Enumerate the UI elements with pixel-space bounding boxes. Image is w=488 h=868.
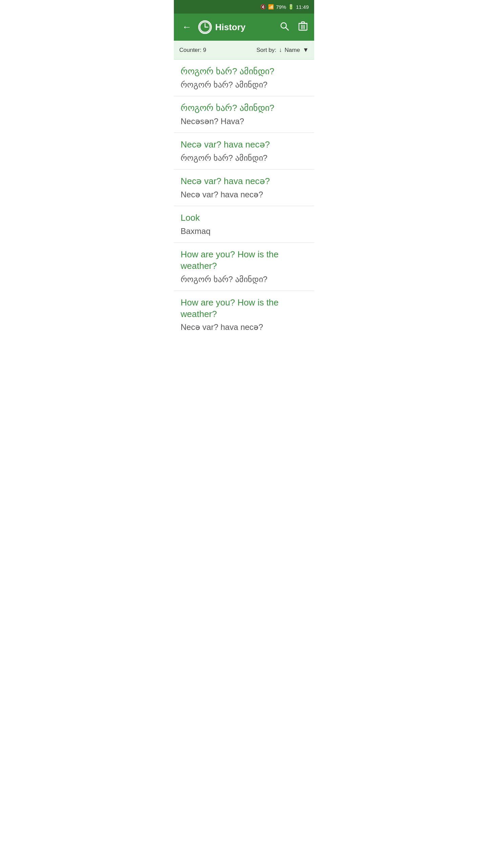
history-item[interactable]: როგორ ხარ? ამინდი?როგორ ხარ? ამინდი? [174, 60, 314, 96]
history-primary-text: How are you? How is the weather? [181, 297, 307, 320]
history-item[interactable]: How are you? How is the weather?როგორ ხა… [174, 243, 314, 291]
sort-by-label: Sort by: [257, 47, 277, 54]
battery-level: 79% [276, 4, 286, 10]
history-secondary-text: როგორ ხარ? ამინდი? [181, 153, 307, 163]
clock: 11:49 [296, 4, 309, 10]
history-item[interactable]: How are you? How is the weather?Necə var… [174, 291, 314, 339]
title-group: History [198, 20, 274, 34]
history-item[interactable]: Necə var? hava necə?როგორ ხარ? ამინდი? [174, 133, 314, 170]
history-primary-text: How are you? How is the weather? [181, 249, 307, 272]
history-item[interactable]: Necə var? hava necə?Necə var? hava necə? [174, 170, 314, 206]
mute-icon: 🔇 [260, 4, 266, 9]
history-secondary-text: როგორ ხარ? ამინდი? [181, 274, 307, 284]
history-item[interactable]: როგორ ხარ? ამინდი?Necəsən? Hava? [174, 96, 314, 133]
history-item[interactable]: LookBaxmaq [174, 206, 314, 243]
sort-bar: Counter: 9 Sort by: ↓ Name ▼ [174, 41, 314, 60]
history-primary-text: როგორ ხარ? ამინდი? [181, 66, 307, 77]
history-secondary-text: Baxmaq [181, 226, 307, 236]
wifi-icon: 📶 [268, 4, 274, 9]
svg-line-4 [286, 27, 288, 30]
sort-group[interactable]: Sort by: ↓ Name ▼ [257, 46, 309, 54]
sort-direction-icon: ↓ [279, 47, 282, 54]
sort-name-label: Name [285, 47, 300, 54]
history-primary-text: Necə var? hava necə? [181, 139, 307, 151]
history-secondary-text: როგორ ხარ? ამინდი? [181, 79, 307, 90]
counter-label: Counter: 9 [179, 47, 257, 54]
page-title: History [215, 22, 246, 33]
search-button[interactable] [278, 20, 290, 35]
sort-dropdown-button[interactable]: ▼ [303, 46, 309, 54]
status-bar: 🔇 📶 79% 🔋 11:49 [174, 0, 314, 14]
history-secondary-text: Necə var? hava necə? [181, 322, 307, 332]
history-primary-text: Look [181, 212, 307, 224]
app-bar: ← History [174, 14, 314, 41]
history-primary-text: Necə var? hava necə? [181, 176, 307, 187]
svg-point-0 [200, 22, 210, 32]
history-list: როგორ ხარ? ამინდი?როგორ ხარ? ამინდი?როგო… [174, 60, 314, 338]
history-primary-text: როგორ ხარ? ამინდი? [181, 102, 307, 114]
history-clock-icon [198, 20, 212, 34]
back-button[interactable]: ← [179, 19, 194, 35]
status-icons: 🔇 📶 79% 🔋 11:49 [260, 4, 309, 10]
battery-icon: 🔋 [288, 4, 294, 9]
history-secondary-text: Necə var? hava necə? [181, 189, 307, 200]
app-bar-actions [278, 20, 309, 35]
history-secondary-text: Necəsən? Hava? [181, 116, 307, 126]
delete-button[interactable] [297, 20, 309, 35]
